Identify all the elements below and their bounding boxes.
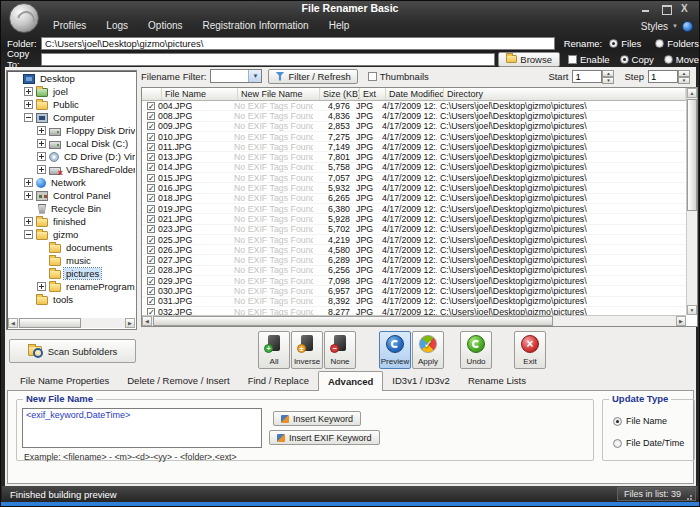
tree-item-control-panel[interactable]: Control Panel	[8, 189, 135, 202]
rename-folders-option[interactable]: Folders	[655, 38, 699, 49]
row-checkbox[interactable]: ✓	[147, 246, 155, 254]
row-checkbox[interactable]: ✓	[147, 122, 155, 130]
filter-refresh-button[interactable]: Filter / Refresh	[268, 69, 357, 84]
browse-button[interactable]: Browse	[498, 52, 560, 67]
filename-filter-dropdown[interactable]: ▼	[210, 69, 262, 83]
row-checkbox[interactable]: ✓	[147, 184, 155, 192]
tree-item-gizmo[interactable]: gizmo	[8, 228, 135, 241]
thumbnails-checkbox[interactable]	[368, 72, 377, 81]
file-row[interactable]: ✓027.JPGNo EXIF Tags Found6,289JPG4/17/2…	[142, 255, 686, 265]
tab-file-name-properties[interactable]: File Name Properties	[11, 372, 118, 390]
none-button[interactable]: −None	[324, 331, 356, 369]
thumbnails-option[interactable]: Thumbnails	[368, 71, 429, 82]
step-stepper[interactable]: ▲▼	[648, 70, 690, 83]
tree-item-network[interactable]: Network	[8, 176, 135, 189]
file-row[interactable]: ✓032.JPGNo EXIF Tags Found8,277JPG4/17/2…	[142, 307, 686, 315]
row-checkbox[interactable]: ✓	[147, 143, 155, 151]
close-button[interactable]: X	[681, 5, 691, 13]
row-checkbox[interactable]: ✓	[147, 236, 155, 244]
insert-exif-keyword-button[interactable]: Insert EXIF Keyword	[269, 430, 380, 445]
column-header-directory[interactable]: Directory	[444, 88, 686, 100]
row-checkbox[interactable]: ✓	[147, 256, 155, 264]
column-header-size-kb[interactable]: Size (KB)	[320, 88, 360, 100]
tab-advanced[interactable]: Advanced	[318, 371, 383, 391]
spin-up-icon[interactable]: ▲	[678, 70, 690, 77]
file-row[interactable]: ✓029.JPGNo EXIF Tags Found7,098JPG4/17/2…	[142, 276, 686, 286]
folders-radio[interactable]	[655, 39, 664, 48]
vertical-scroll-thumb[interactable]	[687, 99, 697, 211]
file-row[interactable]: ✓013.JPGNo EXIF Tags Found7,801JPG4/17/2…	[142, 152, 686, 162]
expander-plus-icon[interactable]	[37, 165, 46, 174]
expander-plus-icon[interactable]	[24, 100, 33, 109]
row-checkbox[interactable]: ✓	[147, 133, 155, 141]
exit-button[interactable]: ×Exit	[514, 331, 546, 369]
column-header-new-file-name[interactable]: New File Name	[238, 88, 320, 100]
apply-button[interactable]: ✓Apply	[412, 331, 444, 369]
file-row[interactable]: ✓030.JPGNo EXIF Tags Found6,957JPG4/17/2…	[142, 286, 686, 296]
tree-scroll-thumb[interactable]	[19, 318, 81, 328]
undo-button[interactable]: Undo	[460, 331, 492, 369]
file-row[interactable]: ✓031.JPGNo EXIF Tags Found8,392JPG4/17/2…	[142, 297, 686, 307]
start-stepper[interactable]: ▲▼	[572, 70, 614, 83]
file-row[interactable]: ✓004.JPGNo EXIF Tags Found4,976JPG4/17/2…	[142, 101, 686, 111]
tree-item-recycle-bin[interactable]: Recycle Bin	[8, 202, 135, 215]
column-header-checkbox[interactable]	[142, 88, 162, 100]
minimize-button[interactable]	[641, 5, 651, 13]
file-row[interactable]: ✓011.JPGNo EXIF Tags Found7,149JPG4/17/2…	[142, 142, 686, 152]
row-checkbox[interactable]: ✓	[147, 194, 155, 202]
row-checkbox[interactable]: ✓	[147, 297, 155, 305]
tree-item-pictures[interactable]: pictures	[8, 267, 135, 280]
menu-item-profiles[interactable]: Profiles	[43, 17, 96, 35]
insert-keyword-button[interactable]: Insert Keyword	[273, 411, 361, 426]
row-checkbox[interactable]: ✓	[147, 102, 155, 110]
file-row[interactable]: ✓025.JPGNo EXIF Tags Found4,219JPG4/17/2…	[142, 235, 686, 245]
tab-rename-lists[interactable]: Rename Lists	[459, 372, 535, 390]
expander-plus-icon[interactable]	[24, 217, 33, 226]
file-row[interactable]: ✓021.JPGNo EXIF Tags Found5,928JPG4/17/2…	[142, 214, 686, 224]
spin-down-icon[interactable]: ▼	[678, 77, 690, 84]
row-checkbox[interactable]: ✓	[147, 287, 155, 295]
expander-minus-icon[interactable]	[24, 113, 33, 122]
new-file-name-pattern-input[interactable]: <exif_keyword,DateTime>	[22, 408, 262, 448]
folder-path-input[interactable]	[41, 37, 555, 50]
tree-item-computer[interactable]: Computer	[8, 111, 135, 124]
spin-down-icon[interactable]: ▼	[602, 77, 614, 84]
file-row[interactable]: ✓010.JPGNo EXIF Tags Found7,275JPG4/17/2…	[142, 132, 686, 142]
all-button[interactable]: +All	[258, 331, 290, 369]
tab-delete-remove-insert[interactable]: Delete / Remove / Insert	[118, 372, 238, 390]
expander-plus-icon[interactable]	[24, 178, 33, 187]
tree-item-desktop[interactable]: Desktop	[8, 72, 135, 85]
expander-plus-icon[interactable]	[37, 282, 46, 291]
copy-option[interactable]: Copy	[620, 54, 654, 65]
copy-to-input[interactable]	[41, 53, 495, 66]
tree-item-finished[interactable]: finished	[8, 215, 135, 228]
row-checkbox[interactable]: ✓	[147, 163, 155, 171]
scroll-down-icon[interactable]: ▼	[687, 305, 697, 315]
tree-item-music[interactable]: music	[8, 254, 135, 267]
scroll-right-icon[interactable]: ▶	[125, 318, 135, 328]
title-bar[interactable]: File Renamer Basic X	[1, 1, 699, 17]
step-input[interactable]	[648, 70, 678, 83]
row-checkbox[interactable]: ✓	[147, 266, 155, 274]
expander-plus-icon[interactable]	[24, 87, 33, 96]
spin-up-icon[interactable]: ▲	[602, 70, 614, 77]
tree-item-floppy-disk-drive-a[interactable]: Floppy Disk Drive (A:)	[8, 124, 135, 137]
update-type-file-name-option[interactable]: File Name	[613, 416, 667, 426]
row-checkbox[interactable]: ✓	[147, 174, 155, 182]
file-row[interactable]: ✓023.JPGNo EXIF Tags Found5,702JPG4/17/2…	[142, 225, 686, 235]
horizontal-scroll-thumb[interactable]	[153, 316, 553, 326]
menu-item-registration-information[interactable]: Registration Information	[193, 17, 319, 35]
scroll-left-icon[interactable]: ◀	[8, 318, 18, 328]
inverse-button[interactable]: ±Inverse	[291, 331, 323, 369]
expander-plus-icon[interactable]	[37, 126, 46, 135]
menu-item-options[interactable]: Options	[138, 17, 192, 35]
menu-item-help[interactable]: Help	[319, 17, 360, 35]
row-checkbox[interactable]: ✓	[147, 215, 155, 223]
maximize-button[interactable]	[661, 5, 671, 13]
preview-button[interactable]: Preview	[379, 331, 411, 369]
file-row[interactable]: ✓028.JPGNo EXIF Tags Found6,256JPG4/17/2…	[142, 266, 686, 276]
expander-minus-icon[interactable]	[24, 230, 33, 239]
column-header-ext[interactable]: Ext	[360, 88, 386, 100]
expander-plus-icon[interactable]	[37, 152, 46, 161]
file-row[interactable]: ✓026.JPGNo EXIF Tags Found4,580JPG4/17/2…	[142, 245, 686, 255]
